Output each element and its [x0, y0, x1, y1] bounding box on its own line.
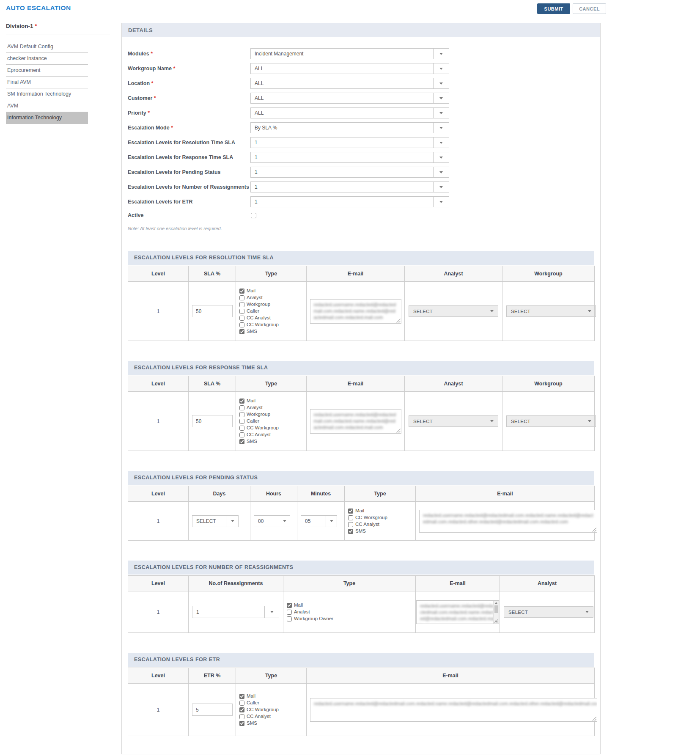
select-arrow-button[interactable]: [326, 516, 337, 527]
type-checkbox-option[interactable]: CC Analyst: [239, 713, 306, 720]
type-checkbox[interactable]: [239, 714, 244, 719]
type-checkbox[interactable]: [239, 289, 244, 294]
type-checkbox-option[interactable]: Caller: [239, 308, 306, 314]
type-checkbox-option[interactable]: Mail: [239, 693, 306, 699]
type-checkbox[interactable]: [239, 694, 244, 699]
select-arrow-button[interactable]: [433, 182, 449, 192]
type-checkbox-option[interactable]: CC Workgroup: [239, 707, 306, 713]
active-checkbox[interactable]: [251, 213, 256, 218]
email-textarea[interactable]: redacted.username.redacted@redactedmail.…: [310, 409, 401, 434]
field-select[interactable]: 1: [250, 196, 449, 207]
type-checkbox-option[interactable]: Analyst: [239, 404, 306, 411]
field-select[interactable]: 1: [250, 181, 449, 192]
type-checkbox[interactable]: [239, 399, 244, 404]
type-checkbox-option[interactable]: Mail: [287, 602, 415, 608]
sla-percent-input[interactable]: [192, 305, 233, 317]
hours-select[interactable]: 00: [254, 515, 290, 527]
type-checkbox[interactable]: [239, 707, 244, 712]
select-arrow-button[interactable]: [433, 137, 449, 148]
submit-button[interactable]: SUBMIT: [537, 3, 570, 14]
type-checkbox[interactable]: [239, 432, 244, 437]
select-arrow-button[interactable]: [279, 516, 290, 527]
type-checkbox-option[interactable]: Analyst: [239, 294, 306, 301]
type-checkbox-option[interactable]: CC Workgroup: [239, 425, 306, 431]
field-select[interactable]: 1: [250, 152, 449, 163]
type-checkbox-option[interactable]: Analyst: [287, 609, 415, 615]
type-checkbox[interactable]: [239, 316, 244, 321]
workgroup-select[interactable]: SELECT: [506, 415, 596, 427]
select-arrow-button[interactable]: [264, 606, 279, 618]
type-checkbox-option[interactable]: SMS: [239, 328, 306, 335]
workgroup-select[interactable]: SELECT: [506, 305, 596, 317]
type-checkbox[interactable]: [239, 412, 244, 417]
type-checkbox-option[interactable]: Workgroup Owner: [287, 616, 415, 622]
type-checkbox[interactable]: [239, 302, 244, 307]
sla-percent-input[interactable]: [192, 415, 233, 427]
type-checkbox-option[interactable]: CC Analyst: [348, 521, 415, 528]
type-checkbox-option[interactable]: Workgroup: [239, 411, 306, 418]
field-select[interactable]: ALL: [250, 93, 449, 104]
type-checkbox-option[interactable]: CC Analyst: [239, 432, 306, 438]
type-checkbox[interactable]: [348, 529, 353, 534]
select-arrow-button[interactable]: [227, 516, 238, 527]
minutes-select[interactable]: 05: [301, 515, 337, 527]
field-select[interactable]: Incident Management: [250, 48, 449, 59]
email-textarea[interactable]: redacted.username.redacted@redactedmail.…: [419, 510, 597, 533]
type-checkbox[interactable]: [239, 405, 244, 410]
select-arrow-button[interactable]: [433, 93, 449, 103]
type-checkbox[interactable]: [239, 419, 244, 424]
field-select[interactable]: By SLA %: [250, 122, 449, 133]
sidebar-item[interactable]: Final AVM: [6, 77, 88, 88]
cancel-button[interactable]: CANCEL: [573, 3, 606, 14]
type-checkbox-option[interactable]: Mail: [239, 288, 306, 294]
email-textarea[interactable]: redacted.username.redacted@redactedmail.…: [310, 299, 401, 324]
select-arrow-button[interactable]: [433, 152, 449, 162]
type-checkbox[interactable]: [239, 721, 244, 726]
field-select[interactable]: ALL: [250, 63, 449, 74]
type-checkbox-option[interactable]: Mail: [239, 398, 306, 404]
type-checkbox-option[interactable]: Caller: [239, 418, 306, 424]
analyst-select[interactable]: SELECT: [504, 606, 593, 618]
type-checkbox[interactable]: [239, 439, 244, 444]
etr-percent-input[interactable]: [192, 704, 233, 716]
field-select[interactable]: 1: [250, 137, 449, 148]
type-checkbox[interactable]: [287, 616, 292, 621]
type-checkbox-option[interactable]: Workgroup: [239, 301, 306, 308]
type-checkbox[interactable]: [287, 603, 292, 608]
select-arrow-button[interactable]: [433, 123, 449, 133]
days-select[interactable]: SELECT: [192, 515, 239, 527]
field-select[interactable]: 1: [250, 167, 449, 178]
select-arrow-button[interactable]: [433, 108, 449, 118]
type-checkbox[interactable]: [239, 295, 244, 300]
type-checkbox[interactable]: [239, 322, 244, 327]
email-textarea[interactable]: redacted.username.redacted@redactedmail.…: [310, 698, 597, 722]
select-arrow-button[interactable]: [433, 197, 449, 207]
type-checkbox[interactable]: [239, 426, 244, 431]
email-textarea[interactable]: redacted.username.redacted@redactedmail.…: [416, 600, 499, 624]
select-arrow-button[interactable]: [433, 167, 449, 177]
type-checkbox-option[interactable]: CC Workgroup: [239, 322, 306, 328]
type-checkbox-option[interactable]: Mail: [348, 508, 415, 514]
type-checkbox[interactable]: [239, 701, 244, 706]
type-checkbox-option[interactable]: SMS: [348, 528, 415, 534]
sidebar-item[interactable]: AVM Default Config: [6, 41, 88, 53]
sidebar-item[interactable]: checker instance: [6, 53, 88, 65]
scroll-up-icon[interactable]: [495, 602, 497, 604]
type-checkbox[interactable]: [348, 515, 353, 520]
type-checkbox[interactable]: [239, 329, 244, 334]
sidebar-item[interactable]: Eprocurement: [6, 65, 88, 77]
type-checkbox[interactable]: [239, 309, 244, 314]
type-checkbox-option[interactable]: SMS: [239, 720, 306, 726]
analyst-select[interactable]: SELECT: [409, 305, 498, 317]
sidebar-item[interactable]: AVM: [6, 100, 88, 112]
sidebar-item[interactable]: SM Information Technology: [6, 88, 88, 100]
reassignments-select[interactable]: 1: [192, 606, 279, 618]
type-checkbox[interactable]: [348, 522, 353, 527]
type-checkbox-option[interactable]: CC Workgroup: [348, 514, 415, 521]
type-checkbox[interactable]: [348, 509, 353, 514]
analyst-select[interactable]: SELECT: [409, 415, 498, 427]
select-arrow-button[interactable]: [433, 49, 449, 59]
type-checkbox-option[interactable]: Caller: [239, 700, 306, 706]
sidebar-item[interactable]: Information Technology: [6, 112, 88, 124]
select-arrow-button[interactable]: [433, 78, 449, 88]
